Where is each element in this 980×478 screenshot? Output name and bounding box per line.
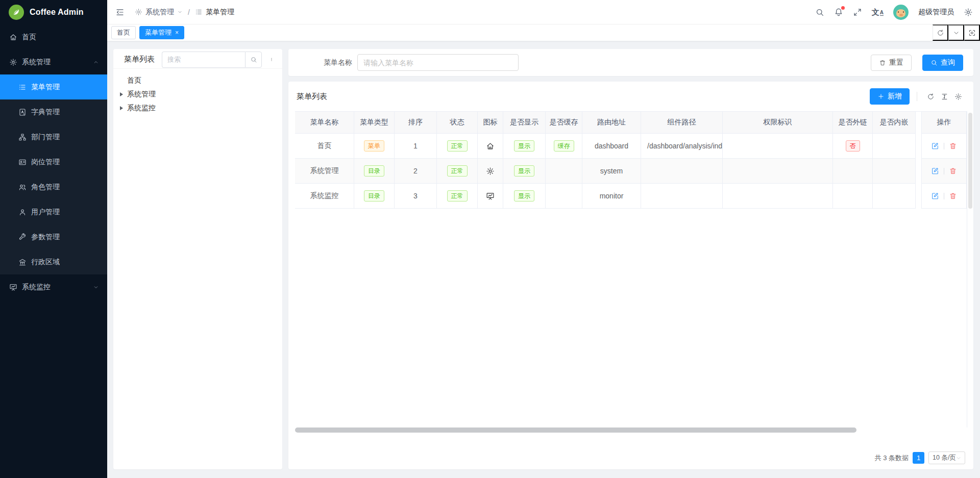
sidebar-item-dict-manage[interactable]: 字典管理 [0, 99, 107, 124]
reset-button[interactable]: 重置 [871, 55, 912, 71]
sidebar-collapse-button[interactable] [115, 8, 125, 17]
breadcrumb-separator: / [188, 8, 190, 16]
column-header: 排序 [395, 112, 437, 134]
tab-bar: 首页菜单管理× [107, 24, 980, 41]
tree-search-group [162, 52, 262, 68]
toolbar-divider [917, 92, 917, 101]
sidebar-item-region-manage[interactable]: 行政区域 [0, 249, 107, 274]
tab-home[interactable]: 首页 [111, 26, 136, 39]
tab-maximize-button[interactable] [964, 24, 980, 41]
refresh-icon [937, 29, 944, 37]
cell-external [833, 159, 873, 184]
cell-type: 目录 [354, 184, 395, 209]
chevron-down-icon [952, 29, 960, 37]
tree-more-button[interactable] [266, 53, 277, 66]
app: Coffee Admin 首页系统管理菜单管理字典管理部门管理岗位管理角色管理用… [0, 0, 980, 478]
trash-icon [949, 167, 957, 175]
sidebar-item-post-manage[interactable]: 岗位管理 [0, 149, 107, 174]
tab-close-icon[interactable]: × [175, 30, 179, 36]
column-header: 是否缓存 [546, 112, 582, 134]
avatar[interactable] [893, 5, 909, 20]
column-header: 状态 [437, 112, 478, 134]
cell-external [833, 184, 873, 209]
trash-icon [949, 192, 957, 200]
home-icon [486, 142, 495, 150]
table-refresh-button[interactable] [924, 90, 938, 103]
tree-search-input[interactable] [162, 52, 245, 68]
delete-button[interactable] [949, 167, 957, 175]
row-actions [922, 134, 967, 159]
breadcrumb-parent[interactable]: 系统管理 [145, 8, 174, 17]
cell-order: 2 [395, 159, 437, 184]
cell-permission [723, 159, 833, 184]
tree-expand-icon[interactable] [120, 106, 123, 110]
sidebar-item-dept-manage[interactable]: 部门管理 [0, 124, 107, 149]
table-row[interactable]: 系统管理目录2正常显示system [295, 159, 967, 184]
search-button[interactable] [815, 8, 824, 17]
column-header: 图标 [478, 112, 503, 134]
add-button[interactable]: 新增 [870, 88, 910, 105]
column-header: 操作 [922, 112, 967, 134]
edit-button[interactable] [931, 142, 939, 150]
delete-button[interactable] [949, 142, 957, 150]
table-density-button[interactable] [938, 90, 951, 103]
horizontal-scrollbar-thumb[interactable] [295, 427, 856, 433]
table-header: 菜单列表 新增 [288, 82, 973, 111]
list-icon [18, 83, 27, 91]
table-settings-button[interactable] [951, 90, 965, 103]
edit-button[interactable] [931, 167, 939, 175]
sidebar-item-home[interactable]: 首页 [0, 24, 107, 49]
cell-icon [478, 134, 503, 159]
sidebar-item-system-manage[interactable]: 系统管理 [0, 49, 107, 74]
menu-tree-panel: 菜单列表 首页系统管理系统监控 [113, 49, 282, 469]
cell-component [641, 184, 723, 209]
tree-search-button[interactable] [245, 52, 262, 68]
home-icon [9, 33, 17, 41]
tree-node-home[interactable]: 首页 [113, 73, 282, 87]
tab-refresh-button[interactable] [933, 24, 948, 41]
tab-menu-button[interactable] [948, 24, 964, 41]
tree-node-system-manage[interactable]: 系统管理 [113, 87, 282, 101]
sidebar-item-system-monitor[interactable]: 系统监控 [0, 274, 107, 299]
tree-node-system-monitor[interactable]: 系统监控 [113, 101, 282, 115]
tab-menu-manage[interactable]: 菜单管理× [139, 26, 184, 39]
kebab-menu-icon [270, 55, 274, 64]
sidebar-item-param-manage[interactable]: 参数管理 [0, 224, 107, 249]
translate-icon: 文 [872, 8, 879, 16]
sidebar-item-role-manage[interactable]: 角色管理 [0, 174, 107, 199]
username[interactable]: 超级管理员 [918, 8, 954, 17]
settings-button[interactable] [964, 8, 973, 17]
delete-button[interactable] [949, 192, 957, 200]
tag: 否 [846, 140, 860, 152]
table-row[interactable]: 系统监控目录3正常显示monitor [295, 184, 967, 209]
gear-icon [9, 58, 17, 66]
sidebar-item-user-manage[interactable]: 用户管理 [0, 199, 107, 224]
tab-tools [933, 24, 980, 41]
notification-button[interactable] [834, 8, 843, 17]
column-header: 菜单名称 [295, 112, 354, 134]
topbar-tools: 文A 超级管理员 [815, 5, 973, 20]
edit-button[interactable] [931, 192, 939, 200]
sidebar-item-menu-manage[interactable]: 菜单管理 [0, 74, 107, 99]
search-icon [815, 8, 824, 17]
page-size-select[interactable]: 10 条/页 [928, 451, 965, 464]
cell-route: dashboard [582, 134, 641, 159]
page-1-button[interactable]: 1 [913, 452, 924, 464]
fullscreen-button[interactable] [853, 8, 862, 17]
table-row[interactable]: 首页菜单1正常显示缓存dashboard/dashboard/analysis/… [295, 134, 967, 159]
cell-status: 正常 [437, 184, 478, 209]
brand: Coffee Admin [0, 0, 107, 24]
cell-icon [478, 159, 503, 184]
column-header: 是否内嵌 [873, 112, 916, 134]
tag: 正常 [447, 140, 468, 152]
cell-type: 目录 [354, 159, 395, 184]
vertical-scrollbar[interactable] [967, 111, 973, 427]
cell-cache: 缓存 [546, 134, 582, 159]
translate-button[interactable]: 文A [872, 8, 884, 16]
table-toolbar: 新增 [870, 88, 965, 105]
cell-route: system [582, 159, 641, 184]
tree-expand-icon[interactable] [120, 92, 123, 96]
menu-table: 菜单名称菜单类型排序状态图标是否显示是否缓存路由地址组件路径权限标识是否外链是否… [295, 111, 967, 209]
query-button[interactable]: 查询 [922, 55, 963, 71]
menu-name-input[interactable] [357, 54, 519, 71]
